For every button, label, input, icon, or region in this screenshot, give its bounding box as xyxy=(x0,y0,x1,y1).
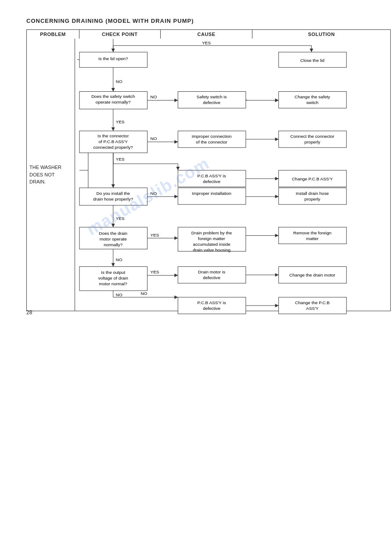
page-number: 28 xyxy=(26,309,32,316)
svg-text:voltage of drain: voltage of drain xyxy=(98,276,128,280)
svg-text:accumulated inside: accumulated inside xyxy=(193,242,230,247)
svg-text:NO: NO xyxy=(141,291,147,296)
svg-marker-68 xyxy=(310,49,313,52)
svg-text:YES: YES xyxy=(151,233,159,237)
flowchart-svg: Is the lid open? Does the safety switch … xyxy=(75,39,390,311)
svg-marker-101 xyxy=(111,184,115,188)
svg-marker-74 xyxy=(174,98,178,102)
svg-text:Remove the foreign: Remove the foreign xyxy=(293,230,331,235)
svg-text:motor operate: motor operate xyxy=(100,237,127,241)
svg-marker-125 xyxy=(174,295,178,299)
header-problem: PROBLEM xyxy=(27,30,79,39)
svg-text:Improper connection: Improper connection xyxy=(192,134,232,139)
header-checkpoint: CHECK POINT xyxy=(79,30,161,39)
svg-text:foreign matter: foreign matter xyxy=(198,236,225,241)
svg-marker-87 xyxy=(275,137,279,141)
svg-text:defective: defective xyxy=(203,100,220,105)
svg-text:YES: YES xyxy=(116,119,125,124)
svg-text:of the connector: of the connector xyxy=(196,140,227,144)
svg-text:Connect the connector: Connect the connector xyxy=(290,134,334,139)
svg-text:Do you install the: Do you install the xyxy=(97,191,130,196)
svg-marker-114 xyxy=(275,234,279,237)
svg-text:switch: switch xyxy=(306,100,319,105)
page: CONCERNING DRAINING (MODEL WITH DRAIN PU… xyxy=(0,0,392,329)
svg-text:properly: properly xyxy=(304,197,320,201)
svg-marker-119 xyxy=(174,273,178,277)
svg-text:Drain motor is: Drain motor is xyxy=(198,269,225,274)
svg-text:normally?: normally? xyxy=(104,242,123,247)
svg-marker-84 xyxy=(174,140,178,144)
svg-marker-91 xyxy=(176,167,180,170)
svg-text:Is the lid open?: Is the lid open? xyxy=(98,56,128,61)
svg-text:drain valve housing: drain valve housing xyxy=(193,248,230,252)
svg-text:connected properly?: connected properly? xyxy=(94,145,133,150)
svg-text:NO: NO xyxy=(151,136,157,141)
svg-marker-94 xyxy=(275,177,279,180)
svg-text:ASS'Y: ASS'Y xyxy=(306,306,319,311)
svg-text:matter: matter xyxy=(306,236,319,241)
svg-marker-71 xyxy=(111,88,115,92)
svg-text:Change the drain motor: Change the drain motor xyxy=(289,273,335,277)
svg-text:Improper installation: Improper installation xyxy=(192,191,231,196)
svg-marker-122 xyxy=(275,273,279,276)
svg-text:properly: properly xyxy=(304,140,320,144)
svg-text:NO: NO xyxy=(116,257,122,262)
svg-marker-130 xyxy=(275,98,279,102)
svg-text:NO: NO xyxy=(151,191,157,196)
svg-marker-106 xyxy=(275,195,279,198)
page-title: CONCERNING DRAINING (MODEL WITH DRAIN PU… xyxy=(26,18,379,24)
svg-text:operate normally?: operate normally? xyxy=(96,100,131,104)
problem-label: THE WASHER DOES NOT DRAIN. xyxy=(27,39,75,311)
svg-text:Safety switch is: Safety switch is xyxy=(197,94,227,99)
svg-marker-111 xyxy=(174,237,178,240)
svg-text:YES: YES xyxy=(116,157,125,162)
svg-rect-29 xyxy=(178,188,246,205)
svg-text:NO: NO xyxy=(151,94,157,99)
svg-text:defective: defective xyxy=(203,306,220,311)
svg-marker-129 xyxy=(275,304,279,307)
svg-marker-116 xyxy=(111,263,115,266)
svg-text:Install drain hose: Install drain hose xyxy=(296,191,329,196)
svg-text:YES: YES xyxy=(202,40,211,45)
svg-text:YES: YES xyxy=(151,269,159,274)
svg-text:of P.C.B ASS'Y: of P.C.B ASS'Y xyxy=(98,139,128,144)
svg-marker-81 xyxy=(111,127,115,131)
svg-text:NO: NO xyxy=(116,292,122,297)
svg-text:Does the drain: Does the drain xyxy=(99,231,127,236)
svg-text:drain hose properly?: drain hose properly? xyxy=(93,197,133,201)
svg-text:P.C.B ASS'Y is: P.C.B ASS'Y is xyxy=(198,300,226,305)
svg-text:motor normal?: motor normal? xyxy=(99,281,128,286)
svg-text:Drain problem by the: Drain problem by the xyxy=(191,230,232,235)
svg-text:P.C.B ASS'Y is: P.C.B ASS'Y is xyxy=(198,173,226,178)
svg-text:Is the output: Is the output xyxy=(101,270,125,275)
svg-text:defective: defective xyxy=(203,275,220,280)
svg-text:NO: NO xyxy=(116,79,122,84)
svg-text:defective: defective xyxy=(203,179,220,184)
svg-text:Does the safety switch: Does the safety switch xyxy=(91,94,135,99)
svg-marker-103 xyxy=(174,195,178,198)
svg-marker-108 xyxy=(111,224,115,227)
svg-text:Change the P.C.B: Change the P.C.B xyxy=(295,300,330,305)
svg-text:Close the lid: Close the lid xyxy=(300,58,324,63)
svg-text:Is the connector: Is the connector xyxy=(97,133,129,138)
header-cause: CAUSE xyxy=(161,30,253,39)
header-solution: SOLUTION xyxy=(252,30,390,39)
svg-text:Change P.C.B ASS'Y: Change P.C.B ASS'Y xyxy=(292,176,333,181)
svg-text:YES: YES xyxy=(116,216,125,221)
svg-text:Change the safety: Change the safety xyxy=(295,94,330,99)
